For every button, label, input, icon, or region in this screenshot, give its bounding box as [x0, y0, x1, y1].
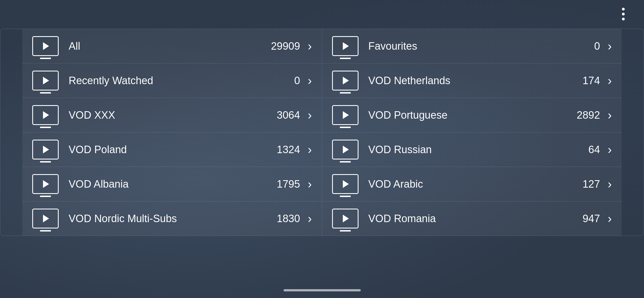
tv-icon [332, 140, 359, 159]
tv-icon [32, 105, 59, 125]
tv-icon [332, 105, 359, 125]
category-item-vod-arabic[interactable]: VOD Arabic 127 › [322, 167, 622, 201]
tv-icon [332, 174, 359, 194]
category-count: 174 [583, 75, 600, 87]
play-icon [43, 180, 49, 188]
chevron-right-icon: › [308, 109, 312, 121]
more-menu-button[interactable] [619, 8, 627, 20]
header [0, 0, 644, 26]
category-item-favourites[interactable]: Favourites 0 › [322, 29, 622, 63]
tv-icon [32, 140, 59, 159]
category-count: 1830 [277, 213, 300, 225]
bottom-indicator [284, 289, 361, 291]
category-count: 64 [588, 144, 600, 156]
tv-icon [332, 36, 359, 56]
category-count: 0 [594, 40, 600, 52]
chevron-right-icon: › [308, 178, 312, 190]
chevron-right-icon: › [308, 212, 312, 225]
category-item-recently-watched[interactable]: Recently Watched 0 › [22, 63, 322, 98]
play-icon [43, 111, 49, 119]
chevron-right-icon: › [608, 74, 612, 87]
play-icon [343, 215, 349, 222]
tv-icon [32, 209, 59, 228]
dot-1 [622, 8, 625, 10]
category-label: VOD Netherlands [368, 75, 583, 87]
chevron-right-icon: › [608, 40, 612, 52]
category-item-vod-russian[interactable]: VOD Russian 64 › [322, 132, 622, 167]
tv-icon [332, 209, 359, 228]
chevron-right-icon: › [608, 109, 612, 121]
play-icon [343, 111, 349, 119]
category-item-vod-netherlands[interactable]: VOD Netherlands 174 › [322, 63, 622, 98]
tv-icon [32, 36, 59, 56]
category-item-vod-portuguese[interactable]: VOD Portuguese 2892 › [322, 98, 622, 132]
chevron-right-icon: › [608, 178, 612, 190]
tv-icon [32, 174, 59, 194]
play-icon [343, 77, 349, 84]
dot-2 [622, 13, 625, 15]
category-count: 127 [583, 178, 600, 190]
play-icon [343, 146, 349, 153]
category-count: 29909 [271, 40, 300, 52]
play-icon [43, 215, 49, 222]
dot-3 [622, 18, 625, 20]
category-label: VOD XXX [69, 109, 277, 121]
category-count: 3064 [277, 109, 300, 121]
category-label: VOD Portuguese [368, 109, 577, 121]
category-item-vod-xxx[interactable]: VOD XXX 3064 › [22, 98, 322, 132]
category-label: VOD Arabic [368, 178, 583, 190]
category-item-all[interactable]: All 29909 › [22, 29, 322, 63]
category-item-vod-romania[interactable]: VOD Romania 947 › [322, 201, 622, 236]
category-label: All [69, 40, 271, 52]
category-item-vod-nordic[interactable]: VOD Nordic Multi-Subs 1830 › [22, 201, 322, 236]
category-label: VOD Poland [69, 144, 277, 156]
category-item-vod-poland[interactable]: VOD Poland 1324 › [22, 132, 322, 167]
category-label: VOD Nordic Multi-Subs [69, 213, 277, 225]
chevron-right-icon: › [608, 212, 612, 225]
category-label: VOD Albania [69, 178, 277, 190]
category-count: 947 [583, 213, 600, 225]
category-count: 1795 [277, 178, 300, 190]
play-icon [43, 146, 49, 153]
category-label: VOD Russian [368, 144, 589, 156]
chevron-right-icon: › [308, 143, 312, 156]
play-icon [343, 42, 349, 50]
chevron-right-icon: › [308, 74, 312, 87]
category-label: Favourites [368, 40, 594, 52]
category-label: Recently Watched [69, 75, 294, 87]
categories-grid: All 29909 › Favourites 0 › Recently Watc… [0, 29, 644, 236]
chevron-right-icon: › [308, 40, 312, 52]
category-count: 0 [294, 75, 300, 87]
category-item-vod-albania[interactable]: VOD Albania 1795 › [22, 167, 322, 201]
tv-icon [332, 71, 359, 91]
category-label: VOD Romania [368, 213, 583, 225]
play-icon [343, 180, 349, 188]
chevron-right-icon: › [608, 143, 612, 156]
play-icon [43, 42, 49, 50]
play-icon [43, 77, 49, 84]
tv-icon [32, 71, 59, 91]
page-container: All 29909 › Favourites 0 › Recently Watc… [0, 0, 644, 298]
category-count: 1324 [277, 144, 300, 156]
category-count: 2892 [577, 109, 600, 121]
